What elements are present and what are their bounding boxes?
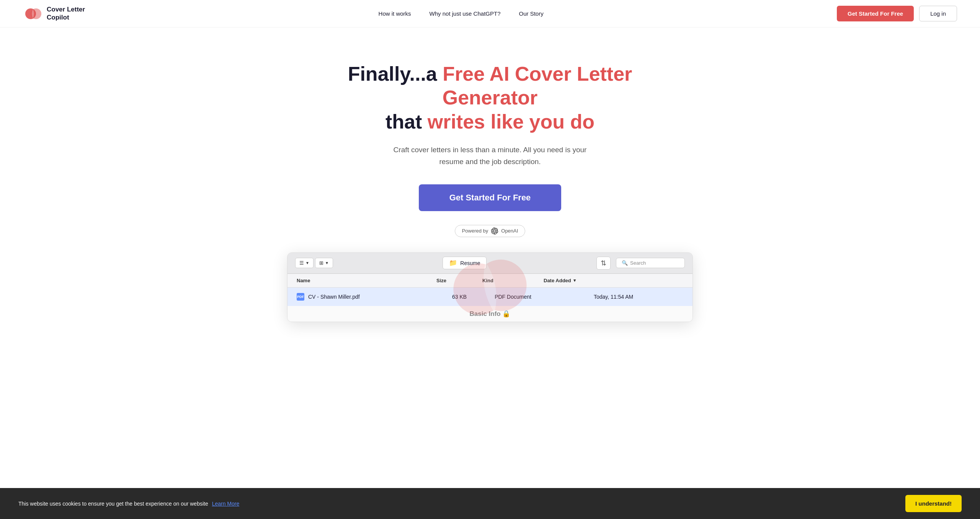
hero-title-plain2: that: [385, 111, 428, 133]
col-kind-header[interactable]: Kind: [482, 278, 544, 283]
hero-section: Finally...a Free AI Cover Letter Generat…: [0, 28, 980, 345]
nav-our-story[interactable]: Our Story: [519, 10, 543, 17]
list-view-button[interactable]: ☰ ▼: [295, 258, 314, 268]
nav-why-chatgpt[interactable]: Why not just use ChatGPT?: [430, 10, 501, 17]
grid-view-button[interactable]: ⊞ ▼: [315, 258, 333, 268]
folder-name: Resume: [460, 260, 480, 266]
file-name-cell: PDF CV - Shawn Miller.pdf: [297, 293, 436, 301]
file-kind-cell: PDF Document: [482, 294, 544, 300]
logo-text: Cover Letter Copilot: [47, 6, 85, 21]
col-size-header[interactable]: Size: [436, 278, 482, 283]
list-chevron-icon: ▼: [305, 261, 309, 265]
file-name-label: CV - Shawn Miller.pdf: [308, 294, 360, 300]
openai-icon: [491, 228, 498, 234]
file-date-cell: Today, 11:54 AM: [544, 294, 683, 300]
folder-pill: 📁 Resume: [443, 257, 487, 269]
nav-actions: Get Started For Free Log in: [837, 6, 957, 21]
cookie-message: This website uses cookies to ensure you …: [18, 501, 239, 507]
file-browser-breadcrumb: 📁 Resume: [338, 257, 591, 269]
cookie-text: This website uses cookies to ensure you …: [18, 501, 208, 507]
powered-badge: Powered by OpenAI: [455, 225, 526, 237]
folder-icon: 📁: [449, 259, 457, 267]
logo[interactable]: Cover Letter Copilot: [23, 4, 85, 24]
search-box: 🔍 Search: [616, 258, 685, 268]
hero-subtitle: Craft cover letters in less than a minut…: [387, 144, 593, 168]
cookie-accept-button[interactable]: I understand!: [905, 495, 962, 512]
powered-by-text: Powered by: [462, 228, 488, 234]
grid-icon: ⊞: [319, 260, 323, 266]
file-row[interactable]: PDF CV - Shawn Miller.pdf 63 KB PDF Docu…: [287, 288, 693, 306]
hero-title: Finally...a Free AI Cover Letter Generat…: [325, 62, 655, 133]
basic-info-row: Basic Info 🔒: [287, 306, 693, 322]
date-sort-icon: ▼: [573, 278, 577, 283]
list-icon: ☰: [299, 260, 304, 266]
file-browser-toolbar: ☰ ▼ ⊞ ▼ 📁 Resume ⇅ 🔍: [287, 253, 693, 274]
col-name-header[interactable]: Name: [297, 278, 436, 283]
col-date-header[interactable]: Date Added ▼: [544, 278, 683, 283]
file-size-cell: 63 KB: [436, 294, 482, 300]
file-browser-preview: ☰ ▼ ⊞ ▼ 📁 Resume ⇅ 🔍: [287, 252, 693, 322]
nav-get-started-button[interactable]: Get Started For Free: [837, 6, 914, 21]
file-table-header: Name Size Kind Date Added ▼: [287, 274, 693, 288]
nav-how-it-works[interactable]: How it works: [379, 10, 411, 17]
hero-title-plain: Finally...a: [348, 63, 443, 85]
cookie-learn-more[interactable]: Learn More: [212, 501, 240, 507]
navbar: Cover Letter Copilot How it works Why no…: [0, 0, 980, 28]
nav-links: How it works Why not just use ChatGPT? O…: [379, 10, 544, 17]
logo-icon: [23, 4, 43, 24]
search-placeholder: Search: [630, 260, 646, 266]
view-buttons: ☰ ▼ ⊞ ▼: [295, 258, 333, 268]
hero-title-accent1: Free AI Cover Letter Generator: [443, 63, 632, 109]
nav-login-button[interactable]: Log in: [919, 6, 957, 21]
hero-cta-button[interactable]: Get Started For Free: [419, 184, 562, 211]
hero-title-accent2: writes like you do: [428, 111, 595, 133]
sort-button[interactable]: ⇅: [596, 257, 611, 270]
pdf-icon: PDF: [297, 293, 304, 301]
grid-chevron-icon: ▼: [325, 261, 329, 265]
file-browser: ☰ ▼ ⊞ ▼ 📁 Resume ⇅ 🔍: [287, 252, 693, 322]
search-icon: 🔍: [622, 260, 628, 266]
openai-label: OpenAI: [501, 228, 518, 234]
cookie-banner: This website uses cookies to ensure you …: [0, 488, 980, 519]
